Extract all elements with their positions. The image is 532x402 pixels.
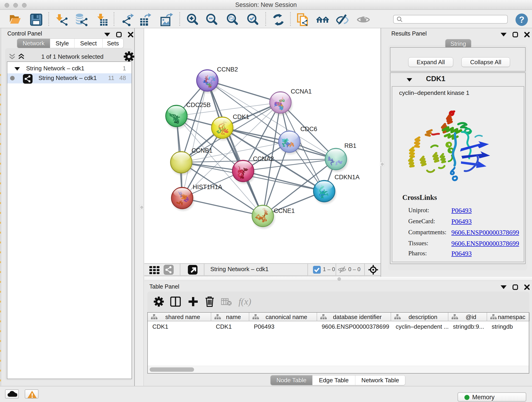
svg-text:CDC25B: CDC25B — [186, 102, 211, 108]
svg-text:CCNB1: CCNB1 — [191, 147, 213, 154]
svg-text:CCNE1: CCNE1 — [274, 207, 295, 214]
svg-text:CDKN1A: CDKN1A — [335, 174, 360, 181]
svg-text:CCNA1: CCNA1 — [291, 88, 312, 95]
svg-text:CCNA2: CCNA2 — [253, 155, 274, 162]
svg-text:CDK1: CDK1 — [233, 114, 249, 120]
svg-text:RB1: RB1 — [344, 142, 356, 149]
svg-text:CCNB2: CCNB2 — [217, 66, 238, 73]
svg-text:CDC6: CDC6 — [300, 126, 317, 133]
svg-text:HIST1H1A: HIST1H1A — [193, 184, 222, 191]
